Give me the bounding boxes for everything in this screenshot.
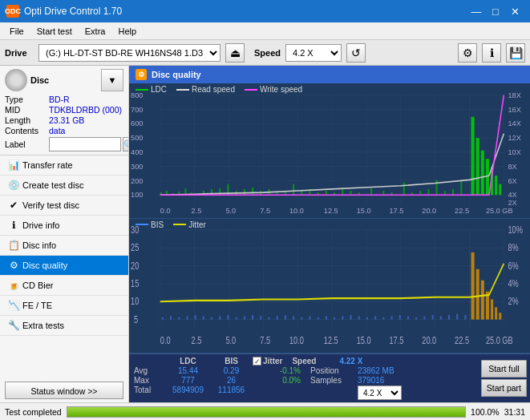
nav-fe-te[interactable]: 📉 FE / TE	[0, 296, 128, 316]
stats-row: LDC BIS ✓ Jitter Speed 4.22 X Avg 15.44 …	[129, 353, 530, 402]
jitter-legend: Jitter	[173, 220, 206, 229]
settings-button[interactable]: ⚙	[458, 43, 477, 63]
nav-create-test-disc[interactable]: 💿 Create test disc	[0, 176, 128, 196]
svg-text:20: 20	[131, 260, 139, 271]
nav-disc-info[interactable]: 📋 Disc info	[0, 236, 128, 256]
svg-rect-138	[227, 315, 229, 320]
action-buttons: Start full Start part	[478, 354, 530, 402]
nav-disc-quality[interactable]: ⚙ Disc quality	[0, 256, 128, 276]
disc-label-input[interactable]	[49, 137, 121, 151]
maximize-button[interactable]: □	[487, 2, 504, 20]
start-part-button[interactable]: Start part	[481, 379, 527, 397]
nav-create-test-disc-label: Create test disc	[22, 180, 83, 190]
stats-jitter-header: Jitter	[263, 357, 282, 365]
nav-verify-test-disc[interactable]: ✔ Verify test disc	[0, 196, 128, 216]
svg-rect-145	[285, 315, 286, 320]
menu-help[interactable]: Help	[111, 25, 143, 38]
refresh-button[interactable]: ↺	[346, 43, 366, 63]
disc-mid-row: MID TDKBLDRBD (000)	[5, 105, 123, 115]
svg-rect-154	[358, 316, 360, 319]
svg-text:16X: 16X	[508, 105, 520, 113]
svg-rect-160	[407, 316, 409, 319]
nav-transfer-rate[interactable]: 📊 Transfer rate	[0, 155, 128, 176]
svg-rect-153	[350, 315, 352, 320]
extra-tests-icon: 🔧	[8, 320, 19, 331]
svg-text:700: 700	[131, 105, 143, 113]
charts-stats-area: LDC Read speed Write speed	[129, 83, 530, 402]
disc-icon	[5, 69, 27, 91]
drive-select[interactable]: (G:) HL-DT-ST BD-RE WH16NS48 1.D3	[38, 44, 220, 62]
speed-select[interactable]: 4.2 X	[285, 44, 342, 62]
elapsed-time: 31:31	[504, 407, 525, 417]
svg-rect-134	[195, 315, 196, 320]
svg-rect-87	[486, 159, 489, 195]
disc-label-edit-btn[interactable]: 🔍	[123, 137, 129, 151]
svg-rect-168	[471, 252, 475, 319]
svg-text:15: 15	[131, 277, 139, 289]
disc-quality-header-icon: ⚙	[136, 69, 147, 80]
svg-rect-172	[491, 299, 493, 319]
svg-text:5.0: 5.0	[225, 334, 236, 345]
jitter-legend-color	[173, 224, 186, 225]
svg-rect-142	[260, 316, 261, 319]
svg-rect-76	[403, 183, 405, 196]
svg-rect-80	[436, 180, 438, 195]
stats-total-jitter	[253, 386, 301, 400]
menu-extra[interactable]: Extra	[79, 25, 112, 38]
verify-test-disc-icon: ✔	[8, 200, 19, 211]
info-button[interactable]: ℹ	[482, 43, 501, 63]
svg-text:10.0: 10.0	[289, 207, 304, 215]
nav-extra-tests[interactable]: 🔧 Extra tests	[0, 316, 128, 336]
menu-file[interactable]: File	[3, 25, 30, 38]
svg-text:10.0: 10.0	[289, 334, 304, 345]
bis-legend-color	[136, 224, 148, 225]
minimize-button[interactable]: —	[467, 2, 485, 20]
status-window-btn[interactable]: Status window >>	[5, 382, 123, 399]
svg-rect-132	[178, 317, 180, 319]
stats-total-ldc: 5894909	[166, 386, 210, 400]
svg-rect-148	[309, 316, 310, 319]
eject-button[interactable]: ⏏	[225, 43, 245, 63]
write-speed-legend-label: Write speed	[260, 85, 302, 94]
bottom-chart: BIS Jitter	[129, 219, 530, 354]
close-button[interactable]: ✕	[506, 2, 524, 20]
drive-info-icon: ℹ	[8, 220, 19, 231]
nav-transfer-rate-label: Transfer rate	[22, 160, 73, 170]
svg-text:12X: 12X	[508, 134, 520, 142]
speed-select-2[interactable]: 4.2 X	[358, 386, 402, 400]
nav-cd-bier[interactable]: 🍺 CD Bier	[0, 276, 128, 296]
nav-cd-bier-label: CD Bier	[22, 281, 54, 290]
stats-avg-jitter: -0.1%	[253, 366, 301, 375]
start-full-button[interactable]: Start full	[481, 360, 527, 378]
stats-total-label: Total	[134, 386, 163, 400]
cd-bier-icon: 🍺	[8, 280, 19, 291]
svg-text:18X: 18X	[508, 91, 520, 99]
stats-bis-header: BIS	[213, 357, 249, 365]
stats-total-row: Total 5894909 111856 4.2 X	[134, 386, 473, 400]
nav-drive-info[interactable]: ℹ Drive info	[0, 216, 128, 236]
svg-text:100: 100	[131, 191, 143, 199]
status-text: Test completed	[5, 407, 62, 417]
fe-te-icon: 📉	[8, 300, 19, 311]
menu-starttest[interactable]: Start test	[30, 25, 79, 38]
disc-options-btn[interactable]: ▼	[101, 69, 123, 91]
svg-rect-70	[342, 189, 343, 195]
speed-label: Speed	[254, 48, 281, 58]
disc-mid-value: TDKBLDRBD (000)	[49, 105, 122, 115]
nav-extra-tests-label: Extra tests	[22, 321, 64, 330]
stats-ldc-header: LDC	[166, 357, 210, 365]
write-speed-legend: Write speed	[245, 85, 302, 94]
svg-rect-131	[170, 316, 172, 319]
svg-text:2.5: 2.5	[192, 207, 202, 215]
bis-legend-label: BIS	[151, 220, 164, 229]
stats-max-bis: 26	[213, 376, 249, 385]
jitter-checkbox[interactable]: ✓	[253, 357, 261, 365]
save-button[interactable]: 💾	[506, 43, 525, 63]
bottom-chart-svg: 30 25 20 15 10 5 10% 8% 6% 4% 2% 0.0 2.5…	[129, 219, 530, 353]
svg-rect-149	[318, 317, 319, 319]
bis-legend: BIS	[136, 220, 164, 229]
svg-text:5: 5	[134, 313, 138, 325]
stats-max-jitter: 0.0%	[253, 376, 301, 385]
disc-quality-header: ⚙ Disc quality	[129, 66, 530, 83]
stats-max-ldc: 777	[166, 376, 210, 385]
